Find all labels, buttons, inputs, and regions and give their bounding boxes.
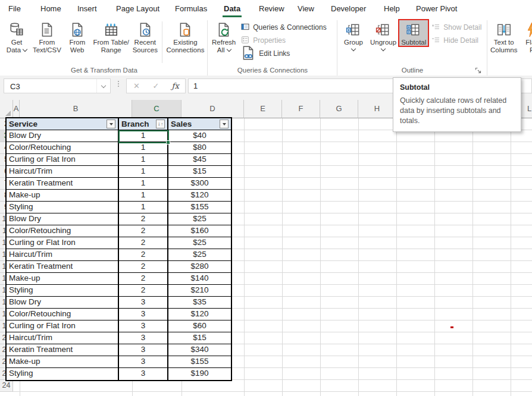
cell-branch[interactable]: 2 (119, 273, 168, 284)
select-all-corner[interactable] (0, 100, 13, 118)
cell-service[interactable]: Blow Dry (7, 297, 119, 308)
cell-sales[interactable]: $15 (168, 166, 231, 177)
cell-branch[interactable]: 1 (119, 190, 168, 201)
cell-branch[interactable]: 3 (119, 356, 168, 367)
cell-service[interactable]: Haircut/Trim (7, 249, 119, 260)
fill-handle[interactable] (166, 140, 170, 144)
cell-sales[interactable]: $190 (168, 368, 231, 380)
refresh-all-button[interactable]: RefreshAll (209, 20, 238, 54)
cell-sales[interactable]: $210 (168, 285, 231, 296)
filter-sorted-icon[interactable]: ↓↑ (156, 120, 165, 128)
cell-service[interactable]: Make-up (7, 190, 119, 201)
subtotal-button[interactable]: Subtotal (399, 20, 428, 46)
insert-function-icon[interactable]: ƒx (165, 81, 185, 90)
flash-fill-button[interactable]: FlashFill (520, 20, 532, 54)
cell-sales[interactable]: $35 (168, 297, 231, 308)
cell-sales[interactable]: $25 (168, 213, 231, 225)
row-header-24[interactable]: 24 (0, 380, 13, 392)
name-box[interactable]: C3 (4, 78, 111, 93)
cell-sales[interactable]: $25 (168, 237, 231, 249)
tab-home[interactable]: Home (40, 0, 61, 18)
cell-service[interactable]: Color/Retouching (7, 225, 119, 237)
tab-data[interactable]: Data (224, 0, 240, 18)
cell-sales[interactable]: $40 (168, 130, 231, 142)
cell-branch[interactable]: 3 (119, 344, 168, 356)
formula-bar-drag-handle[interactable] (118, 81, 119, 87)
filter-dropdown-icon[interactable] (220, 120, 229, 128)
column-header-H[interactable]: H (358, 100, 396, 118)
cell-sales[interactable]: $340 (168, 344, 231, 356)
cell-branch[interactable]: 2 (119, 225, 168, 237)
column-header-E[interactable]: E (244, 100, 282, 118)
tab-review[interactable]: Review (259, 0, 284, 18)
cell-sales[interactable]: $300 (168, 178, 231, 189)
column-header-C[interactable]: C (132, 100, 181, 118)
column-header-A[interactable]: A (13, 100, 20, 118)
ungroup-button[interactable]: Ungroup (368, 20, 399, 52)
cell-branch[interactable]: 1 (119, 178, 168, 189)
cell-service[interactable]: Make-up (7, 273, 119, 284)
cell-branch[interactable]: 3 (119, 320, 168, 332)
cell-branch[interactable]: 2 (119, 261, 168, 272)
cell-service[interactable]: Curling or Flat Iron (7, 237, 119, 249)
name-box-dropdown-icon[interactable] (96, 79, 110, 93)
active-cell-selection[interactable] (118, 130, 169, 143)
cell-service[interactable]: Blow Dry (7, 213, 119, 225)
cell-sales[interactable]: $120 (168, 309, 231, 320)
cell-sales[interactable]: $155 (168, 356, 231, 367)
cell-service[interactable]: Make-up (7, 356, 119, 367)
filter-dropdown-icon[interactable] (107, 120, 115, 128)
cell-service[interactable]: Haircut/Trim (7, 166, 119, 177)
cell-branch[interactable]: 1 (119, 154, 168, 165)
cell-branch[interactable]: 2 (119, 237, 168, 249)
cell-branch[interactable]: 2 (119, 249, 168, 260)
cell-branch[interactable]: 3 (119, 297, 168, 308)
cell-service[interactable]: Haircut/Trim (7, 332, 119, 344)
cell-branch[interactable]: 3 (119, 332, 168, 344)
from-text-csv-button[interactable]: FromText/CSV (31, 20, 63, 54)
column-header-B[interactable]: B (20, 100, 132, 118)
cell-sales[interactable]: $280 (168, 261, 231, 272)
cell-branch[interactable]: 3 (119, 368, 168, 380)
from-table-range-button[interactable]: From Table/Range (92, 20, 131, 54)
cell-sales[interactable]: $155 (168, 202, 231, 213)
tab-view[interactable]: View (298, 0, 314, 18)
cell-service[interactable]: Keratin Treatment (7, 344, 119, 356)
cell-sales[interactable]: $140 (168, 273, 231, 284)
cell-branch[interactable]: 3 (119, 309, 168, 320)
cell-branch[interactable]: 1 (119, 166, 168, 177)
cell-sales[interactable]: $25 (168, 249, 231, 260)
edit-links-button[interactable]: Edit Links (240, 48, 326, 59)
tab-file[interactable]: File (8, 0, 21, 18)
group-button[interactable]: Group (339, 20, 368, 52)
tab-power-pivot[interactable]: Power Pivot (416, 0, 457, 18)
cell-branch[interactable]: 2 (119, 213, 168, 225)
cell-sales[interactable]: $45 (168, 154, 231, 165)
cell-branch[interactable]: 2 (119, 285, 168, 296)
sheet-grid[interactable]: ABCDEFGHIJKL 234567891011121314151617181… (0, 100, 532, 396)
from-web-button[interactable]: FromWeb (63, 20, 92, 54)
text-to-columns-button[interactable]: Text toColumns (488, 20, 520, 54)
cell-branch[interactable]: 1 (119, 202, 168, 213)
cell-service[interactable]: Styling (7, 285, 119, 296)
cell-service[interactable]: Color/Retouching (7, 142, 119, 153)
cell-sales[interactable]: $15 (168, 332, 231, 344)
column-header-D[interactable]: D (181, 100, 244, 118)
cell-sales[interactable]: $60 (168, 320, 231, 332)
existing-connections-button[interactable]: ExistingConnections (165, 20, 206, 54)
cell-service[interactable]: Curling or Flat Iron (7, 154, 119, 165)
cell-branch[interactable]: 1 (119, 142, 168, 153)
queries-connections-button[interactable]: Queries & Connections (240, 22, 326, 33)
tab-formulas[interactable]: Formulas (175, 0, 207, 18)
recent-sources-button[interactable]: RecentSources (131, 20, 159, 54)
cell-service[interactable]: Keratin Treatment (7, 261, 119, 272)
tab-page-layout[interactable]: Page Layout (116, 0, 159, 18)
cell-service[interactable]: Curling or Flat Iron (7, 320, 119, 332)
cancel-icon[interactable]: ✕ (127, 81, 146, 90)
cell-sales[interactable]: $120 (168, 190, 231, 201)
enter-icon[interactable]: ✓ (146, 81, 166, 90)
get-data-button[interactable]: GetData (2, 20, 31, 54)
cell-sales[interactable]: $160 (168, 225, 231, 237)
dialog-launcher-icon[interactable] (475, 66, 482, 73)
column-header-F[interactable]: F (282, 100, 320, 118)
